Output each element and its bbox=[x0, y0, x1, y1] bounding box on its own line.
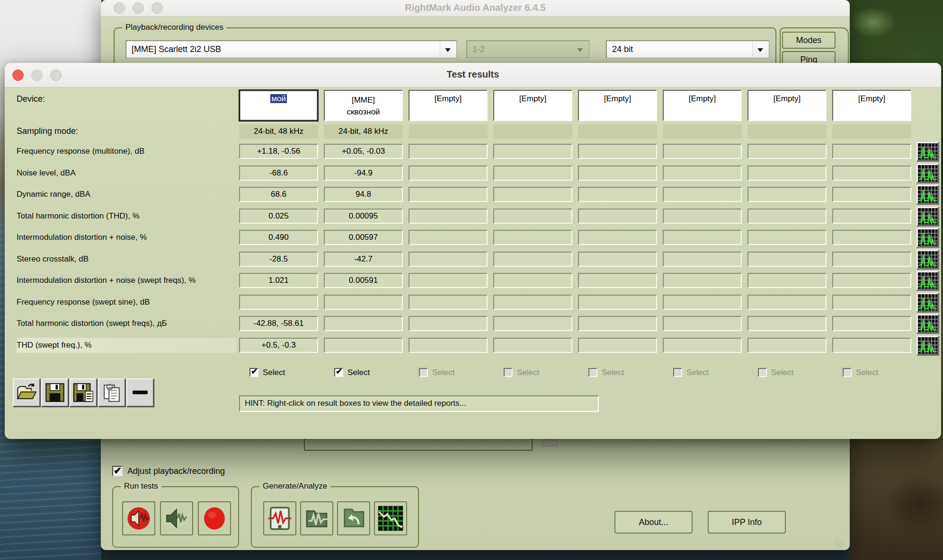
result-cell[interactable] bbox=[239, 295, 318, 310]
result-cell[interactable] bbox=[493, 252, 572, 267]
result-cell[interactable] bbox=[747, 230, 827, 245]
result-cell[interactable] bbox=[409, 144, 488, 159]
open-wave-button[interactable] bbox=[337, 501, 370, 535]
result-cell[interactable] bbox=[493, 295, 572, 310]
result-cell[interactable] bbox=[578, 230, 657, 245]
about-button[interactable]: About... bbox=[614, 511, 693, 534]
result-cell[interactable] bbox=[578, 295, 657, 310]
result-cell[interactable] bbox=[663, 230, 742, 245]
result-cell[interactable] bbox=[747, 166, 827, 181]
result-cell[interactable] bbox=[409, 295, 488, 310]
device-name-box[interactable]: мой bbox=[239, 90, 318, 121]
result-cell[interactable] bbox=[493, 338, 572, 353]
result-cell[interactable] bbox=[493, 144, 572, 159]
spectrum-button[interactable] bbox=[916, 314, 939, 333]
result-cell[interactable] bbox=[578, 273, 657, 288]
result-cell[interactable] bbox=[324, 338, 403, 353]
result-cell[interactable]: -42.88, -58.61 bbox=[239, 316, 318, 331]
result-cell[interactable] bbox=[493, 230, 572, 245]
result-cell[interactable]: -42.7 bbox=[324, 252, 403, 267]
result-cell[interactable] bbox=[663, 252, 742, 267]
result-cell[interactable]: -28.5 bbox=[239, 252, 318, 267]
result-cell[interactable]: +0.05, -0.03 bbox=[324, 144, 403, 159]
analyze-file-button[interactable] bbox=[300, 501, 333, 535]
result-cell[interactable] bbox=[663, 338, 742, 353]
result-cell[interactable]: 94.8 bbox=[324, 187, 403, 202]
result-cell[interactable] bbox=[663, 273, 742, 288]
result-cell[interactable] bbox=[409, 273, 488, 288]
result-cell[interactable] bbox=[409, 338, 488, 353]
result-cell[interactable] bbox=[409, 230, 488, 245]
result-cell[interactable] bbox=[578, 338, 657, 353]
result-cell[interactable] bbox=[832, 209, 911, 224]
generate-signal-button[interactable] bbox=[263, 501, 296, 535]
chevron-down-icon[interactable] bbox=[752, 41, 768, 57]
spectrum-button[interactable] bbox=[916, 293, 939, 312]
device-name-box[interactable]: [Empty] bbox=[409, 90, 488, 121]
result-cell[interactable] bbox=[409, 209, 488, 224]
result-cell[interactable] bbox=[747, 209, 827, 224]
result-cell[interactable] bbox=[493, 209, 572, 224]
result-cell[interactable] bbox=[409, 252, 488, 267]
select-checkbox[interactable] bbox=[504, 368, 513, 377]
bit-depth-select[interactable]: 24 bit bbox=[606, 40, 769, 58]
result-cell[interactable] bbox=[493, 187, 572, 202]
result-cell[interactable] bbox=[747, 252, 827, 267]
result-cell[interactable] bbox=[578, 166, 657, 181]
device-name-box[interactable]: [MME] сквозной bbox=[324, 90, 403, 121]
device-name-box[interactable]: [Empty] bbox=[663, 90, 742, 121]
spectrum-button[interactable] bbox=[916, 271, 939, 290]
result-cell[interactable]: 0.00591 bbox=[324, 273, 403, 288]
record-button[interactable] bbox=[198, 501, 231, 535]
spectrum-button[interactable] bbox=[916, 228, 939, 247]
result-cell[interactable] bbox=[832, 295, 911, 310]
select-checkbox[interactable]: ✔ bbox=[249, 368, 258, 377]
ipp-info-button[interactable]: IPP Info bbox=[708, 511, 786, 534]
result-cell[interactable]: -94.9 bbox=[324, 166, 403, 181]
main-titlebar[interactable]: RightMark Audio Analyzer 6.4.5 bbox=[101, 0, 850, 17]
select-checkbox[interactable] bbox=[419, 368, 428, 377]
result-cell[interactable] bbox=[832, 230, 911, 245]
result-cell[interactable] bbox=[409, 187, 488, 202]
result-cell[interactable] bbox=[832, 166, 911, 181]
result-cell[interactable] bbox=[832, 187, 911, 202]
speaker-red-button[interactable] bbox=[122, 501, 155, 535]
result-cell[interactable]: +1.18, -0.56 bbox=[239, 144, 318, 159]
open-results-button[interactable] bbox=[13, 378, 40, 407]
playback-device-select[interactable]: [MME] Scarlett 2i2 USB bbox=[125, 40, 457, 58]
result-cell[interactable] bbox=[409, 316, 488, 331]
result-cell[interactable] bbox=[663, 166, 742, 181]
dialog-titlebar[interactable]: Test results bbox=[5, 63, 941, 88]
result-cell[interactable]: 0.025 bbox=[239, 209, 318, 224]
device-name-box[interactable]: [Empty] bbox=[493, 90, 572, 121]
spectrum-button[interactable] bbox=[916, 207, 939, 226]
result-cell[interactable] bbox=[493, 273, 572, 288]
remove-result-button[interactable] bbox=[126, 378, 154, 407]
result-cell[interactable] bbox=[832, 252, 911, 267]
spectrum-button[interactable] bbox=[916, 250, 939, 269]
result-cell[interactable] bbox=[747, 187, 827, 202]
select-checkbox[interactable] bbox=[673, 368, 682, 377]
result-cell[interactable] bbox=[493, 316, 572, 331]
resize-grip[interactable] bbox=[835, 539, 844, 548]
result-cell[interactable] bbox=[578, 144, 657, 159]
result-cell[interactable] bbox=[663, 209, 742, 224]
save-results-button[interactable] bbox=[41, 378, 69, 407]
result-cell[interactable] bbox=[832, 144, 911, 159]
result-cell[interactable]: -68.6 bbox=[239, 166, 318, 181]
result-cell[interactable] bbox=[663, 295, 742, 310]
result-cell[interactable] bbox=[832, 316, 911, 331]
spectrum-button[interactable] bbox=[916, 185, 939, 204]
result-cell[interactable] bbox=[832, 338, 911, 353]
result-cell[interactable] bbox=[578, 252, 657, 267]
spectrum-button[interactable] bbox=[916, 164, 939, 183]
result-cell[interactable] bbox=[578, 187, 657, 202]
spectrum-analysis-button[interactable] bbox=[374, 501, 407, 535]
result-cell[interactable] bbox=[663, 144, 742, 159]
result-cell[interactable]: 0.00597 bbox=[324, 230, 403, 245]
speaker-green-button[interactable] bbox=[160, 501, 193, 535]
device-name-box[interactable]: [Empty] bbox=[747, 90, 827, 121]
adjust-playback-checkbox[interactable]: ✔ bbox=[112, 466, 123, 476]
device-name-box[interactable]: [Empty] bbox=[832, 90, 911, 121]
result-cell[interactable] bbox=[832, 273, 911, 288]
